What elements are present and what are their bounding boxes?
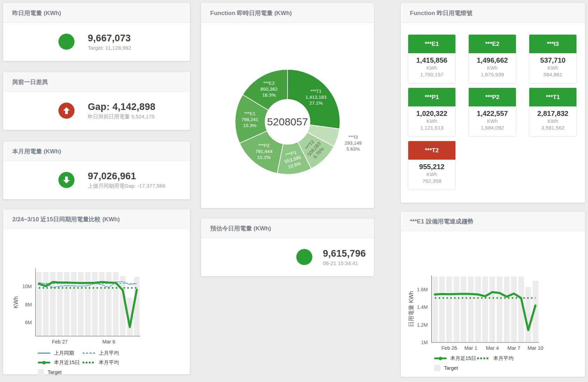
month-usage-value: 97,026,961 bbox=[88, 171, 165, 182]
x-tick-label: Feb 26 bbox=[441, 345, 457, 351]
tile-label: ***E1 bbox=[408, 35, 455, 53]
tile-usage-value: 537,710 bbox=[529, 56, 576, 64]
svg-text:1,413,183: 1,413,183 bbox=[305, 95, 326, 100]
kpi-text-block: 9,667,073 Target: 11,128,992 bbox=[88, 33, 131, 51]
legend-label: 本月近15日 bbox=[54, 359, 80, 366]
kpi-text-block: 97,026,961 上個月同期用電Gap: -17,377,566 bbox=[88, 171, 165, 189]
kpi-month-usage: 97,026,961 上個月同期用電Gap: -17,377,566 bbox=[3, 161, 190, 199]
target-bar bbox=[439, 277, 445, 342]
svg-text:16.3%: 16.3% bbox=[262, 92, 276, 98]
y-tick-label: 1.6M bbox=[417, 287, 428, 292]
legend-item-dot-green[interactable]: 本月平均 bbox=[83, 359, 190, 366]
kpi-day-gap: Gap: 4,142,898 昨日與前日用電量 5,524,175 bbox=[3, 92, 190, 130]
donut-slice-label-I3: ***I3293,1495.63% bbox=[345, 134, 362, 152]
card-day-gap: 與前一日差異 Gap: 4,142,898 昨日與前日用電量 5,524,175 bbox=[3, 72, 190, 130]
target-bar bbox=[482, 277, 488, 342]
card-month-usage: 本月用電量 (KWh) 97,026,961 上個月同期用電Gap: -17,3… bbox=[3, 141, 190, 200]
tile-label: ***I3 bbox=[529, 35, 576, 53]
card-estimate-today: 預估今日用電量 (KWh) 9,615,796 06-21 15:34:41 bbox=[201, 218, 374, 277]
legend-item-box-gray[interactable]: Target bbox=[38, 368, 83, 376]
status-tile-E2[interactable]: ***E21,496,662KWh1,675,939 bbox=[468, 34, 516, 84]
x-tick-label: Mar 10 bbox=[527, 345, 543, 351]
trend-chart-legend: 本月近15日本月平均Target bbox=[434, 355, 585, 371]
tile-label: ***T1 bbox=[529, 88, 576, 106]
target-bar bbox=[497, 277, 502, 342]
y-tick-label: 10M bbox=[22, 284, 32, 289]
tile-label: ***P2 bbox=[469, 88, 516, 106]
svg-text:***I3: ***I3 bbox=[348, 134, 358, 140]
day-gap-value: Gap: 4,142,898 bbox=[88, 102, 155, 112]
tile-usage-value: 2,817,832 bbox=[529, 110, 576, 118]
target-bar bbox=[134, 277, 140, 336]
tile-unit-label: KWh bbox=[469, 65, 516, 71]
card-yesterday-usage: 昨日用電量 (KWh) 9,667,073 Target: 11,128,992 bbox=[3, 3, 190, 61]
target-bar bbox=[511, 277, 517, 342]
card-title-month-usage: 本月用電量 (KWh) bbox=[3, 141, 190, 161]
tile-unit-label: KWh bbox=[469, 118, 516, 124]
legend-label: 本月平均 bbox=[493, 355, 513, 362]
kpi-text-block: 9,615,796 06-21 15:34:41 bbox=[323, 248, 366, 266]
tile-unit-label: KWh bbox=[408, 172, 455, 177]
status-tile-P2[interactable]: ***P21,422,557KWh1,684,092 bbox=[468, 88, 516, 137]
status-tile-E1[interactable]: ***E11,415,856KWh1,700,157 bbox=[408, 34, 456, 84]
status-tile-T2[interactable]: ***T2955,212KWh762,358 bbox=[408, 141, 456, 190]
legend-item-line-blue[interactable]: 上月同期 bbox=[38, 349, 83, 357]
svg-text:***E1: ***E1 bbox=[244, 111, 255, 116]
kpi-yesterday-usage: 9,667,073 Target: 11,128,992 bbox=[3, 23, 190, 61]
legend-item-line-green[interactable]: 本月近15日 bbox=[38, 359, 83, 366]
estimate-today-value: 9,615,796 bbox=[323, 248, 366, 259]
tile-unit-label: KWh bbox=[529, 65, 576, 71]
legend-item-dash-blue[interactable]: 上月平均 bbox=[83, 349, 190, 357]
legend-item-line-green[interactable]: 本月近15日 bbox=[434, 355, 477, 362]
x-tick-label: Mar 4 bbox=[486, 345, 499, 351]
legend-label: 上月平均 bbox=[99, 350, 119, 356]
target-bar bbox=[85, 272, 91, 336]
tile-target-value: 1,700,157 bbox=[408, 71, 455, 77]
tile-target-value: 762,358 bbox=[408, 178, 455, 184]
month-usage-gap: 上個月同期用電Gap: -17,377,566 bbox=[88, 183, 165, 189]
tile-label: ***T2 bbox=[408, 141, 455, 160]
legend-item-box-gray[interactable]: Target bbox=[434, 364, 477, 371]
card-realtime-usage-donut: Function 即時日用電量 (KWh) ***T11,413,18327.1… bbox=[201, 3, 374, 208]
card-title-realtime-usage: Function 即時日用電量 (KWh) bbox=[201, 3, 374, 23]
dot-green-swatch-icon bbox=[83, 362, 95, 363]
status-tile-I3[interactable]: ***I3537,710KWh584,861 bbox=[529, 34, 577, 84]
legend-item-dot-green[interactable]: 本月平均 bbox=[477, 355, 585, 362]
tile-usage-value: 1,020,322 bbox=[408, 110, 455, 118]
svg-text:293,149: 293,149 bbox=[345, 140, 362, 146]
x-tick-label: Mar 6 bbox=[102, 339, 115, 345]
svg-text:850,362: 850,362 bbox=[261, 86, 278, 92]
target-bar bbox=[78, 272, 84, 336]
x-tick-label: Mar 1 bbox=[464, 345, 477, 351]
box-gray-swatch-icon bbox=[38, 369, 44, 375]
tile-usage-value: 1,496,662 bbox=[469, 56, 516, 64]
legend-label: Target bbox=[444, 365, 458, 371]
tile-unit-label: KWh bbox=[408, 65, 455, 71]
status-ok-circle-icon bbox=[296, 249, 312, 265]
target-bar bbox=[36, 272, 42, 336]
status-tile-T1[interactable]: ***T12,817,832KWh3,591,562 bbox=[529, 88, 577, 137]
kpi-estimate-today: 9,615,796 06-21 15:34:41 bbox=[201, 238, 374, 276]
x-tick-label: Mar 7 bbox=[508, 345, 520, 351]
target-bar bbox=[446, 277, 452, 342]
x-tick-label: Feb 27 bbox=[52, 339, 68, 345]
tile-target-value: 1,121,613 bbox=[408, 125, 455, 131]
svg-text:791,444: 791,444 bbox=[255, 149, 272, 154]
yesterday-usage-value: 9,667,073 bbox=[88, 33, 131, 44]
tile-unit-label: KWh bbox=[408, 118, 455, 124]
day-gap-subtext: 昨日與前日用電量 5,524,175 bbox=[88, 113, 155, 120]
compare-line-chart: 6M8M10MFeb 27Mar 6KWh bbox=[3, 266, 190, 347]
y-tick-label: 1M bbox=[421, 340, 428, 345]
line-green-swatch-icon bbox=[434, 357, 447, 359]
card-yesterday-status-lights: Function 昨日用電燈號 ***E11,415,856KWh1,700,1… bbox=[401, 3, 585, 203]
svg-text:***T1: ***T1 bbox=[311, 89, 322, 94]
y-tick-label: 6M bbox=[25, 320, 32, 325]
card-15day-compare-chart: 2/24~3/10 近15日同期用電量比較 (KWh) 6M8M10MFeb 2… bbox=[3, 209, 190, 375]
y-axis-label: 日用電量 KWh bbox=[408, 291, 414, 327]
legend-label: 上月同期 bbox=[54, 350, 74, 356]
tile-target-value: 1,684,092 bbox=[469, 125, 516, 131]
y-tick-label: 1.4M bbox=[417, 304, 428, 310]
svg-text:798,241: 798,241 bbox=[241, 117, 258, 122]
status-tile-P1[interactable]: ***P11,020,322KWh1,121,613 bbox=[408, 88, 456, 137]
tile-target-value: 3,591,562 bbox=[529, 125, 576, 131]
